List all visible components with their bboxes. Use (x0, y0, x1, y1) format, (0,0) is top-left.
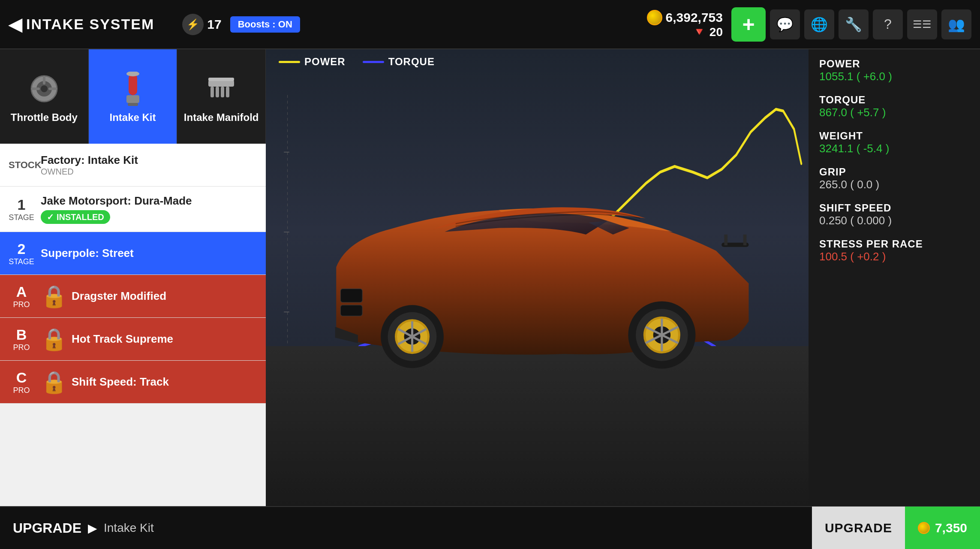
upgrade-button-label[interactable]: UPGRADE (812, 507, 905, 549)
menu-icon[interactable]: ☰☰ (907, 9, 937, 39)
svg-rect-15 (208, 78, 234, 81)
throttle-body-icon (25, 69, 63, 108)
gem-row: 🔻 20 (692, 25, 723, 39)
stat-power-name: POWER (819, 58, 969, 70)
upgrade-button-area[interactable]: UPGRADE 7,350 (812, 507, 980, 549)
svg-rect-17 (724, 234, 728, 245)
svg-point-2 (41, 85, 48, 92)
stat-power-value: 1055.1 ( +6.0 ) (819, 70, 969, 83)
stat-stress-value: 100.5 ( +0.2 ) (819, 250, 969, 263)
upgrade-pro-b[interactable]: B PRO 🔒 Hot Track Supreme (0, 318, 266, 361)
bottom-upgrade-info: UPGRADE ▶ Intake Kit (0, 520, 812, 536)
upgrade-pro-a[interactable]: A PRO 🔒 Dragster Modified (0, 275, 266, 318)
cost-value: 7,350 (935, 521, 967, 535)
upgrade-button-cost[interactable]: 7,350 (905, 507, 980, 549)
legend-power: POWER (279, 56, 346, 68)
stat-shift-speed: SHIFT SPEED 0.250 ( 0.000 ) (819, 202, 969, 227)
upgrade-pro-b-info: Hot Track Supreme (72, 332, 257, 346)
intake-kit-icon (114, 69, 152, 108)
upgrade-stock-info: Factory: Intake Kit OWNED (41, 154, 257, 177)
globe-icon[interactable]: 🌐 (804, 9, 834, 39)
svg-rect-5 (43, 76, 45, 84)
svg-rect-33 (341, 289, 363, 302)
svg-point-7 (126, 72, 139, 76)
stage-a-num: A (9, 284, 34, 300)
upgrade-stock[interactable]: STOCK Factory: Intake Kit OWNED (0, 144, 266, 187)
upgrade-stage2[interactable]: 2 STAGE Superpole: Street (0, 232, 266, 275)
tab-throttle-body[interactable]: Throttle Body (0, 49, 89, 144)
add-currency-button[interactable]: + (731, 7, 766, 42)
currency-area: 6,392,753 🔻 20 (647, 10, 723, 39)
tab-intake-manifold[interactable]: Intake Manifold (177, 49, 266, 144)
stage-b-text: PRO (9, 343, 34, 352)
stat-grip-value: 265.0 ( 0.0 ) (819, 178, 969, 191)
upgrade-pro-c[interactable]: C PRO 🔒 Shift Speed: Track (0, 361, 266, 404)
stat-grip: GRIP 265.0 ( 0.0 ) (819, 166, 969, 191)
chat-icon[interactable]: 💬 (770, 9, 800, 39)
power-label: POWER (304, 56, 346, 68)
stat-stress: STRESS PER RACE 100.5 ( +0.2 ) (819, 238, 969, 263)
header: ◀ INTAKE SYSTEM ⚡ 17 Boosts : ON 6,392,7… (0, 0, 980, 49)
upgrade-pro-c-name: Shift Speed: Track (72, 375, 257, 389)
stat-torque-name: TORQUE (819, 94, 969, 106)
stat-weight: WEIGHT 3241.1 ( -5.4 ) (819, 130, 969, 155)
stage2-num: 2 (9, 241, 34, 257)
svg-rect-14 (226, 87, 229, 97)
svg-rect-4 (48, 87, 57, 90)
upgrade-label: UPGRADE (13, 520, 81, 536)
svg-rect-34 (341, 305, 363, 316)
power-line-indicator (279, 61, 300, 63)
tab-manifold-label: Intake Manifold (184, 112, 259, 124)
stage-a-text: PRO (9, 300, 34, 309)
stage1-label: 1 STAGE (9, 196, 34, 222)
stage-b-num: B (9, 326, 34, 343)
coin-icon (647, 10, 662, 25)
svg-rect-10 (208, 80, 234, 87)
stat-torque: TORQUE 867.0 ( +5.7 ) (819, 94, 969, 119)
back-button[interactable]: ◀ INTAKE SYSTEM (9, 15, 154, 34)
boost-badge[interactable]: Boosts : ON (230, 16, 300, 33)
help-icon[interactable]: ? (873, 9, 903, 39)
upgrade-stage1-name: Jake Motorsport: Dura-Made (41, 194, 257, 208)
upgrade-stage2-info: Superpole: Street (41, 247, 257, 260)
stat-shift-value: 0.250 ( 0.000 ) (819, 214, 969, 227)
upgrade-stage1[interactable]: 1 STAGE Jake Motorsport: Dura-Made ✓ INS… (0, 187, 266, 232)
car-svg (293, 95, 781, 461)
svg-rect-18 (743, 234, 747, 245)
cost-coin-icon (918, 522, 930, 534)
svg-rect-12 (216, 87, 219, 97)
intake-manifold-icon (202, 69, 240, 108)
header-icons: 💬 🌐 🔧 ? ☰☰ 👥 (770, 9, 971, 39)
stat-torque-value: 867.0 ( +5.7 ) (819, 106, 969, 119)
stat-shift-name: SHIFT SPEED (819, 202, 969, 214)
stats-panel: POWER 1055.1 ( +6.0 ) TORQUE 867.0 ( +5.… (809, 49, 980, 506)
stat-weight-name: WEIGHT (819, 130, 969, 142)
check-icon: ✓ (47, 212, 54, 222)
play-icon: ▶ (88, 521, 97, 535)
upgrade-pro-b-name: Hot Track Supreme (72, 332, 257, 346)
stat-weight-value: 3241.1 ( -5.4 ) (819, 142, 969, 155)
bottom-bar: UPGRADE ▶ Intake Kit UPGRADE 7,350 (0, 506, 980, 549)
torque-line-indicator (363, 61, 384, 63)
svg-rect-6 (129, 74, 137, 95)
stage-stock-num: STOCK (9, 160, 34, 171)
tab-intake-kit[interactable]: Intake Kit (89, 49, 177, 144)
lightning-value: 17 (207, 17, 221, 32)
upgrade-stage1-info: Jake Motorsport: Dura-Made ✓ INSTALLED (41, 194, 257, 224)
lock-icon-b: 🔒 (41, 327, 67, 352)
stage-b-label: B PRO (9, 326, 34, 352)
tab-bar: Throttle Body Intake Kit Intake Manifold (0, 49, 266, 144)
svg-rect-11 (210, 87, 214, 97)
upgrade-stock-name: Factory: Intake Kit (41, 154, 257, 167)
wrench-icon[interactable]: 🔧 (839, 9, 869, 39)
stat-stress-name: STRESS PER RACE (819, 238, 969, 250)
players-icon[interactable]: 👥 (941, 9, 971, 39)
upgrade-list: STOCK Factory: Intake Kit OWNED 1 STAGE … (0, 144, 266, 506)
lightning-icon: ⚡ (182, 14, 204, 35)
stage-c-text: PRO (9, 386, 34, 395)
stage2-text: STAGE (9, 257, 34, 266)
tab-throttle-label: Throttle Body (11, 112, 78, 124)
installed-label: INSTALLED (57, 212, 104, 222)
tab-intake-label: Intake Kit (109, 112, 156, 124)
gem-icon: 🔻 (692, 25, 706, 39)
